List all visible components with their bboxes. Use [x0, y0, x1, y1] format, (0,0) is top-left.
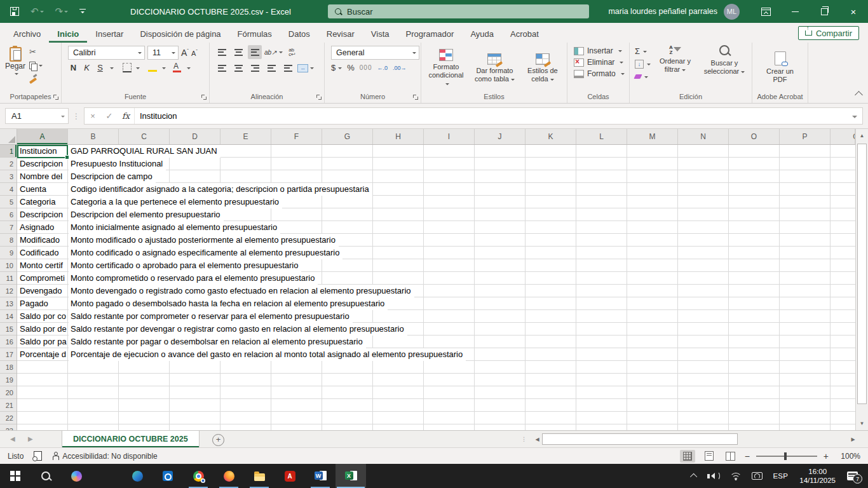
dialog-launcher-icon[interactable]: [53, 95, 59, 100]
column-header-B[interactable]: B: [68, 129, 119, 144]
column-header-F[interactable]: F: [271, 129, 322, 144]
scroll-down-button[interactable]: ▼: [856, 417, 868, 430]
share-button[interactable]: Compartir: [798, 26, 859, 40]
sheet-tab[interactable]: DICCIONARIO OCTUBRE 2025: [62, 431, 200, 447]
align-bottom-button[interactable]: [248, 45, 262, 59]
ribbon-tab-acrobat[interactable]: Acrobat: [502, 25, 547, 43]
cut-button[interactable]: ✂: [29, 46, 43, 57]
cell-A6[interactable]: Descripcion: [17, 208, 67, 221]
row-header-21[interactable]: 21: [0, 399, 17, 412]
cell-A13[interactable]: Pagado: [17, 297, 67, 310]
taskbar-internet-explorer[interactable]: [92, 464, 122, 488]
column-header-D[interactable]: D: [170, 129, 220, 144]
conditional-formatting-button[interactable]: Formato condicional: [425, 48, 467, 89]
ribbon-tab-insertar[interactable]: Insertar: [87, 25, 132, 43]
notifications-button[interactable]: 7: [842, 464, 863, 488]
row-header-1[interactable]: 1: [0, 145, 17, 158]
cell-A16[interactable]: Saldo por pa: [17, 336, 67, 348]
cell-A10[interactable]: Monto certif: [17, 259, 67, 272]
zoom-out-button[interactable]: −: [745, 451, 750, 461]
increase-indent-button[interactable]: [281, 61, 295, 75]
comma-style-button[interactable]: 000: [360, 64, 372, 71]
font-size-combo[interactable]: 11: [147, 46, 179, 60]
zoom-level[interactable]: 100%: [835, 452, 860, 461]
customize-qat-button[interactable]: [79, 9, 86, 15]
row-header-23[interactable]: 23: [0, 424, 17, 430]
row-header-12[interactable]: 12: [0, 285, 17, 297]
vertical-scroll-thumb[interactable]: [857, 144, 867, 404]
restore-button[interactable]: [810, 0, 839, 23]
dialog-launcher-icon[interactable]: [316, 95, 322, 100]
cell-A2[interactable]: Descripcion: [17, 158, 67, 170]
minimize-button[interactable]: [780, 0, 810, 23]
cell-A17[interactable]: Porcentaje d: [17, 348, 67, 361]
expand-formula-bar-button[interactable]: [852, 116, 857, 121]
wifi-button[interactable]: [725, 464, 747, 488]
cell-B7[interactable]: Monto inicialmente asignado al elemento …: [69, 221, 280, 234]
bold-button[interactable]: N: [68, 63, 79, 72]
column-header-M[interactable]: M: [627, 129, 678, 144]
search-box[interactable]: Buscar: [328, 4, 589, 18]
ribbon-tab-datos[interactable]: Datos: [280, 25, 318, 43]
column-header-G[interactable]: G: [322, 129, 373, 144]
clear-button[interactable]: [635, 71, 651, 82]
percent-button[interactable]: %: [347, 63, 355, 72]
ribbon-tab-revisar[interactable]: Revisar: [318, 25, 363, 43]
format-cells-button[interactable]: Formato: [574, 68, 625, 79]
ribbon-tab-archivo[interactable]: Archivo: [5, 25, 49, 43]
row-header-9[interactable]: 9: [0, 247, 17, 259]
delete-cells-button[interactable]: Eliminar: [574, 57, 625, 68]
macro-record-icon[interactable]: [34, 451, 42, 461]
align-left-button[interactable]: [215, 61, 229, 75]
cell-B11[interactable]: Monto comprometido o reservado para el e…: [69, 272, 318, 285]
borders-button[interactable]: [123, 63, 132, 72]
tray-expand-button[interactable]: [687, 464, 702, 488]
confirm-entry-button[interactable]: ✓: [101, 111, 118, 121]
decrease-indent-button[interactable]: [264, 61, 278, 75]
increase-font-button[interactable]: Aˆ: [181, 48, 189, 58]
select-all-button[interactable]: [0, 129, 17, 144]
cell-B8[interactable]: Monto modificado o ajustado posteriormen…: [69, 234, 339, 247]
cell-A12[interactable]: Devengado: [17, 285, 67, 297]
create-pdf-button[interactable]: Crear un PDF: [759, 50, 801, 85]
scroll-up-button[interactable]: ▲: [856, 129, 868, 142]
row-header-5[interactable]: 5: [0, 196, 17, 208]
ribbon-tab-formulas[interactable]: Fórmulas: [229, 25, 280, 43]
row-header-20[interactable]: 20: [0, 386, 17, 399]
column-header-A[interactable]: A: [17, 129, 68, 144]
font-name-combo[interactable]: Calibri: [68, 46, 145, 60]
language-indicator[interactable]: ESP: [768, 464, 793, 488]
column-header-N[interactable]: N: [678, 129, 729, 144]
save-button[interactable]: [10, 7, 19, 16]
taskbar-edge[interactable]: [122, 464, 153, 488]
dialog-launcher-icon[interactable]: [201, 95, 207, 100]
row-header-22[interactable]: 22: [0, 412, 17, 424]
cell-A5[interactable]: Categoria: [17, 196, 67, 208]
cell-A4[interactable]: Cuenta: [17, 183, 67, 196]
normal-view-button[interactable]: [680, 450, 695, 463]
cell-B12[interactable]: Monto devengado o registrado como gasto …: [69, 285, 414, 297]
find-select-button[interactable]: Buscar y seleccionar: [700, 44, 749, 77]
screen-cast-button[interactable]: [747, 464, 768, 488]
zoom-slider-thumb[interactable]: [784, 452, 787, 460]
row-header-11[interactable]: 11: [0, 272, 17, 285]
ribbon-tab-programador[interactable]: Programador: [398, 25, 463, 43]
user-name[interactable]: maria lourdes peñafiel parrales: [608, 7, 717, 16]
taskbar-search[interactable]: [31, 464, 61, 488]
previous-sheet-button[interactable]: ◀: [10, 435, 15, 442]
column-header-P[interactable]: P: [780, 129, 831, 144]
format-painter-button[interactable]: [29, 73, 43, 84]
decrease-decimal-button[interactable]: .00→: [393, 65, 407, 71]
number-format-combo[interactable]: General: [331, 46, 419, 60]
page-break-view-button[interactable]: [723, 450, 738, 463]
format-as-table-button[interactable]: Dar formato como tabla: [470, 52, 520, 85]
decrease-font-button[interactable]: Aˇ: [191, 48, 198, 57]
row-header-17[interactable]: 17: [0, 348, 17, 361]
align-top-button[interactable]: [215, 45, 229, 59]
increase-decimal-button[interactable]: ←.0: [377, 65, 388, 71]
paste-button[interactable]: Pegar: [5, 44, 25, 77]
column-header-C[interactable]: C: [119, 129, 170, 144]
volume-button[interactable]: [702, 464, 725, 488]
taskbar-file-explorer[interactable]: [244, 464, 275, 488]
fill-color-button[interactable]: [149, 63, 158, 72]
